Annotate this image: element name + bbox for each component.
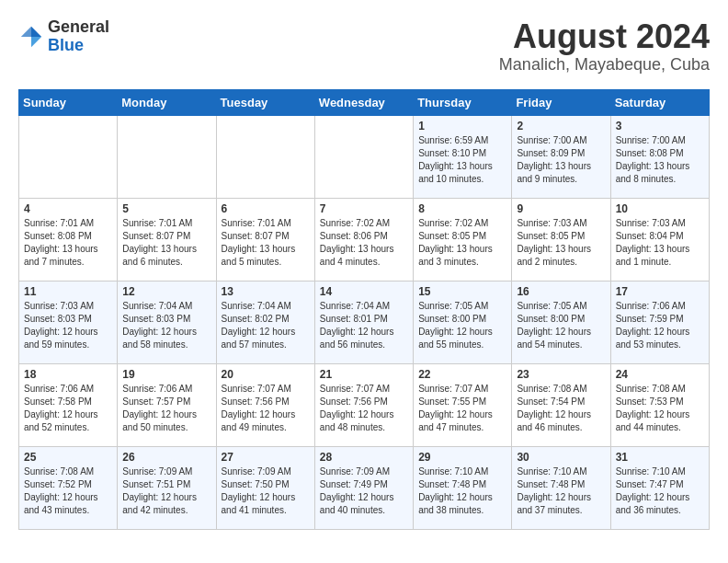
day-number: 9 bbox=[517, 202, 605, 215]
day-info: Sunrise: 7:08 AMSunset: 7:53 PMDaylight:… bbox=[616, 383, 704, 434]
calendar-week-row: 25Sunrise: 7:08 AMSunset: 7:52 PMDayligh… bbox=[19, 446, 710, 529]
calendar-cell: 29Sunrise: 7:10 AMSunset: 7:48 PMDayligh… bbox=[414, 446, 512, 529]
calendar-cell: 3Sunrise: 7:00 AMSunset: 8:08 PMDaylight… bbox=[610, 115, 709, 198]
day-header-tuesday: Tuesday bbox=[216, 89, 314, 115]
calendar-cell: 11Sunrise: 7:03 AMSunset: 8:03 PMDayligh… bbox=[19, 281, 118, 363]
calendar-cell: 21Sunrise: 7:07 AMSunset: 7:56 PMDayligh… bbox=[314, 363, 413, 446]
calendar-cell: 4Sunrise: 7:01 AMSunset: 8:08 PMDaylight… bbox=[19, 198, 118, 281]
day-number: 1 bbox=[418, 120, 506, 132]
day-number: 31 bbox=[616, 451, 704, 464]
calendar-cell: 22Sunrise: 7:07 AMSunset: 7:55 PMDayligh… bbox=[414, 363, 512, 446]
page-header: General Blue August 2024 Manalich, Mayab… bbox=[18, 18, 710, 75]
day-info: Sunrise: 7:03 AMSunset: 8:04 PMDaylight:… bbox=[616, 217, 704, 269]
day-info: Sunrise: 7:06 AMSunset: 7:58 PMDaylight:… bbox=[24, 383, 112, 434]
calendar-cell: 14Sunrise: 7:04 AMSunset: 8:01 PMDayligh… bbox=[314, 281, 413, 363]
calendar-cell: 27Sunrise: 7:09 AMSunset: 7:50 PMDayligh… bbox=[216, 446, 314, 529]
day-info: Sunrise: 7:02 AMSunset: 8:05 PMDaylight:… bbox=[418, 217, 506, 269]
calendar-cell: 2Sunrise: 7:00 AMSunset: 8:09 PMDaylight… bbox=[512, 115, 610, 198]
page-subtitle: Manalich, Mayabeque, Cuba bbox=[499, 55, 710, 75]
day-info: Sunrise: 7:00 AMSunset: 8:09 PMDaylight:… bbox=[517, 134, 605, 186]
day-info: Sunrise: 7:09 AMSunset: 7:51 PMDaylight:… bbox=[122, 465, 210, 517]
day-header-saturday: Saturday bbox=[610, 89, 709, 115]
calendar-week-row: 1Sunrise: 6:59 AMSunset: 8:10 PMDaylight… bbox=[19, 115, 710, 198]
calendar-cell: 19Sunrise: 7:06 AMSunset: 7:57 PMDayligh… bbox=[118, 363, 216, 446]
day-info: Sunrise: 7:10 AMSunset: 7:48 PMDaylight:… bbox=[418, 465, 506, 517]
day-number: 7 bbox=[320, 202, 408, 215]
calendar-week-row: 18Sunrise: 7:06 AMSunset: 7:58 PMDayligh… bbox=[19, 363, 710, 446]
day-info: Sunrise: 7:04 AMSunset: 8:02 PMDaylight:… bbox=[222, 300, 310, 351]
day-number: 20 bbox=[222, 368, 310, 381]
calendar-cell: 25Sunrise: 7:08 AMSunset: 7:52 PMDayligh… bbox=[19, 446, 118, 529]
day-info: Sunrise: 7:07 AMSunset: 7:56 PMDaylight:… bbox=[222, 383, 310, 434]
calendar-cell bbox=[216, 115, 314, 198]
day-number: 30 bbox=[517, 451, 605, 464]
day-info: Sunrise: 7:04 AMSunset: 8:03 PMDaylight:… bbox=[122, 300, 210, 351]
logo-icon bbox=[18, 24, 44, 50]
day-number: 14 bbox=[320, 285, 408, 298]
calendar-cell: 12Sunrise: 7:04 AMSunset: 8:03 PMDayligh… bbox=[118, 281, 216, 363]
day-info: Sunrise: 7:08 AMSunset: 7:54 PMDaylight:… bbox=[517, 383, 605, 434]
calendar-cell: 31Sunrise: 7:10 AMSunset: 7:47 PMDayligh… bbox=[610, 446, 709, 529]
day-number: 12 bbox=[122, 285, 210, 298]
day-number: 21 bbox=[320, 368, 408, 381]
day-info: Sunrise: 7:10 AMSunset: 7:48 PMDaylight:… bbox=[517, 465, 605, 517]
day-header-monday: Monday bbox=[118, 89, 216, 115]
calendar-cell: 8Sunrise: 7:02 AMSunset: 8:05 PMDaylight… bbox=[414, 198, 512, 281]
calendar-cell: 23Sunrise: 7:08 AMSunset: 7:54 PMDayligh… bbox=[512, 363, 610, 446]
day-info: Sunrise: 7:08 AMSunset: 7:52 PMDaylight:… bbox=[24, 465, 112, 517]
day-info: Sunrise: 7:01 AMSunset: 8:07 PMDaylight:… bbox=[222, 217, 310, 269]
day-number: 28 bbox=[320, 451, 408, 464]
day-number: 25 bbox=[24, 451, 112, 464]
day-number: 8 bbox=[418, 202, 506, 215]
day-info: Sunrise: 7:10 AMSunset: 7:47 PMDaylight:… bbox=[616, 465, 704, 517]
calendar-cell: 15Sunrise: 7:05 AMSunset: 8:00 PMDayligh… bbox=[414, 281, 512, 363]
svg-marker-2 bbox=[21, 27, 31, 37]
day-number: 4 bbox=[24, 202, 112, 215]
day-number: 16 bbox=[517, 285, 605, 298]
calendar-cell: 17Sunrise: 7:06 AMSunset: 7:59 PMDayligh… bbox=[610, 281, 709, 363]
calendar-week-row: 11Sunrise: 7:03 AMSunset: 8:03 PMDayligh… bbox=[19, 281, 710, 363]
day-number: 19 bbox=[122, 368, 210, 381]
day-number: 22 bbox=[418, 368, 506, 381]
day-header-sunday: Sunday bbox=[19, 89, 118, 115]
page-title: August 2024 bbox=[499, 18, 710, 55]
day-number: 15 bbox=[418, 285, 506, 298]
calendar-cell bbox=[314, 115, 413, 198]
logo-general-text: General bbox=[48, 17, 109, 36]
day-info: Sunrise: 7:07 AMSunset: 7:56 PMDaylight:… bbox=[320, 383, 408, 434]
calendar-cell: 6Sunrise: 7:01 AMSunset: 8:07 PMDaylight… bbox=[216, 198, 314, 281]
logo: General Blue bbox=[18, 18, 109, 55]
calendar-header-row: SundayMondayTuesdayWednesdayThursdayFrid… bbox=[19, 89, 710, 115]
calendar-cell: 26Sunrise: 7:09 AMSunset: 7:51 PMDayligh… bbox=[118, 446, 216, 529]
day-info: Sunrise: 7:07 AMSunset: 7:55 PMDaylight:… bbox=[418, 383, 506, 434]
day-info: Sunrise: 7:01 AMSunset: 8:07 PMDaylight:… bbox=[122, 217, 210, 269]
day-number: 5 bbox=[122, 202, 210, 215]
day-number: 11 bbox=[24, 285, 112, 298]
calendar-cell bbox=[19, 115, 118, 198]
day-info: Sunrise: 7:01 AMSunset: 8:08 PMDaylight:… bbox=[24, 217, 112, 269]
title-block: August 2024 Manalich, Mayabeque, Cuba bbox=[499, 18, 710, 75]
svg-marker-1 bbox=[31, 37, 41, 47]
day-number: 6 bbox=[222, 202, 310, 215]
day-info: Sunrise: 6:59 AMSunset: 8:10 PMDaylight:… bbox=[418, 134, 506, 186]
day-number: 23 bbox=[517, 368, 605, 381]
calendar-cell: 13Sunrise: 7:04 AMSunset: 8:02 PMDayligh… bbox=[216, 281, 314, 363]
day-number: 3 bbox=[616, 120, 704, 132]
day-header-thursday: Thursday bbox=[414, 89, 512, 115]
day-number: 13 bbox=[222, 285, 310, 298]
day-info: Sunrise: 7:09 AMSunset: 7:50 PMDaylight:… bbox=[222, 465, 310, 517]
day-info: Sunrise: 7:05 AMSunset: 8:00 PMDaylight:… bbox=[517, 300, 605, 351]
day-header-wednesday: Wednesday bbox=[314, 89, 413, 115]
calendar-cell: 1Sunrise: 6:59 AMSunset: 8:10 PMDaylight… bbox=[414, 115, 512, 198]
logo-blue-text: Blue bbox=[48, 36, 84, 54]
calendar-cell: 9Sunrise: 7:03 AMSunset: 8:05 PMDaylight… bbox=[512, 198, 610, 281]
day-number: 17 bbox=[616, 285, 704, 298]
svg-marker-0 bbox=[31, 27, 41, 37]
day-info: Sunrise: 7:05 AMSunset: 8:00 PMDaylight:… bbox=[418, 300, 506, 351]
day-number: 10 bbox=[616, 202, 704, 215]
day-info: Sunrise: 7:06 AMSunset: 7:59 PMDaylight:… bbox=[616, 300, 704, 351]
day-info: Sunrise: 7:09 AMSunset: 7:49 PMDaylight:… bbox=[320, 465, 408, 517]
calendar-table: SundayMondayTuesdayWednesdayThursdayFrid… bbox=[18, 89, 710, 530]
day-info: Sunrise: 7:03 AMSunset: 8:03 PMDaylight:… bbox=[24, 300, 112, 351]
day-header-friday: Friday bbox=[512, 89, 610, 115]
